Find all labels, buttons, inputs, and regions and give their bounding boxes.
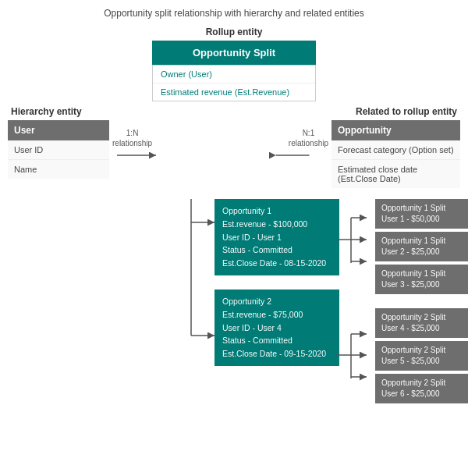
related-header: Opportunity xyxy=(332,120,460,140)
arrows-container: 1:N relationship N:1 relationship xyxy=(109,120,332,183)
splits-col: Opportunity 1 SplitUser 1 - $50,000 Oppo… xyxy=(375,199,468,403)
left-spacer xyxy=(8,199,214,403)
hierarchy-header: User xyxy=(8,120,109,140)
split-box-2-2: Opportunity 2 SplitUser 5 - $25,000 xyxy=(375,341,468,371)
opp-box-1: Opportunity 1 Est.revenue - $100,000 Use… xyxy=(214,199,339,275)
mid-section: User User ID Name 1:N relationship N:1 r… xyxy=(8,120,460,188)
related-field-1: Estimated close date (Est.Close Date) xyxy=(332,160,460,188)
hierarchy-field-1: Name xyxy=(8,160,109,179)
rollup-field-0: Owner (User) xyxy=(153,66,315,83)
rollup-field-1: Estimated revenue (Est.Revenue) xyxy=(153,83,315,101)
related-label: Related to rollup entity xyxy=(356,106,457,117)
hierarchy-label: Hierarchy entity xyxy=(11,106,82,117)
splits-group-2: Opportunity 2 SplitUser 4 - $25,000 Oppo… xyxy=(375,308,468,403)
splits-group-1: Opportunity 1 SplitUser 1 - $50,000 Oppo… xyxy=(375,199,468,294)
opportunities-col: Opportunity 1 Est.revenue - $100,000 Use… xyxy=(214,199,339,403)
opp-box-2: Opportunity 2 Est.revenue - $75,000 User… xyxy=(214,290,339,366)
split-box-1-3: Opportunity 1 SplitUser 3 - $25,000 xyxy=(375,265,468,294)
rel-left-label: 1:N relationship xyxy=(112,128,152,148)
opp-splits-row: Opportunity 1 Est.revenue - $100,000 Use… xyxy=(8,199,460,403)
related-entity: Opportunity Forecast category (Option se… xyxy=(332,120,460,188)
rollup-section-label: Rollup entity xyxy=(206,27,263,37)
rollup-fields: Owner (User) Estimated revenue (Est.Reve… xyxy=(152,65,316,101)
hierarchy-field-0: User ID xyxy=(8,140,109,160)
split-box-1-2: Opportunity 1 SplitUser 2 - $25,000 xyxy=(375,232,468,261)
rollup-header: Opportunity Split xyxy=(152,41,316,65)
hierarchy-entity: User User ID Name xyxy=(8,120,109,179)
bottom-section: Opportunity 1 Est.revenue - $100,000 Use… xyxy=(8,199,460,403)
page-title: Opportunity split relationship with hier… xyxy=(8,8,460,19)
section-labels-row: Hierarchy entity Related to rollup entit… xyxy=(8,106,460,117)
split-box-2-1: Opportunity 2 SplitUser 4 - $25,000 xyxy=(375,308,468,338)
rel-right-label: N:1 relationship xyxy=(289,128,328,148)
rel-left-type: 1:N xyxy=(126,129,139,137)
rel-right-type: N:1 xyxy=(303,129,315,137)
related-field-0: Forecast category (Option set) xyxy=(332,140,460,160)
rel-right-text: relationship xyxy=(289,139,328,147)
split-box-2-3: Opportunity 2 SplitUser 6 - $25,000 xyxy=(375,374,468,403)
rel-left-text: relationship xyxy=(112,139,152,147)
top-section: Rollup entity Opportunity Split Owner (U… xyxy=(8,27,460,101)
split-box-1-1: Opportunity 1 SplitUser 1 - $50,000 xyxy=(375,199,468,229)
diagram-wrapper: Opportunity split relationship with hier… xyxy=(0,0,468,411)
